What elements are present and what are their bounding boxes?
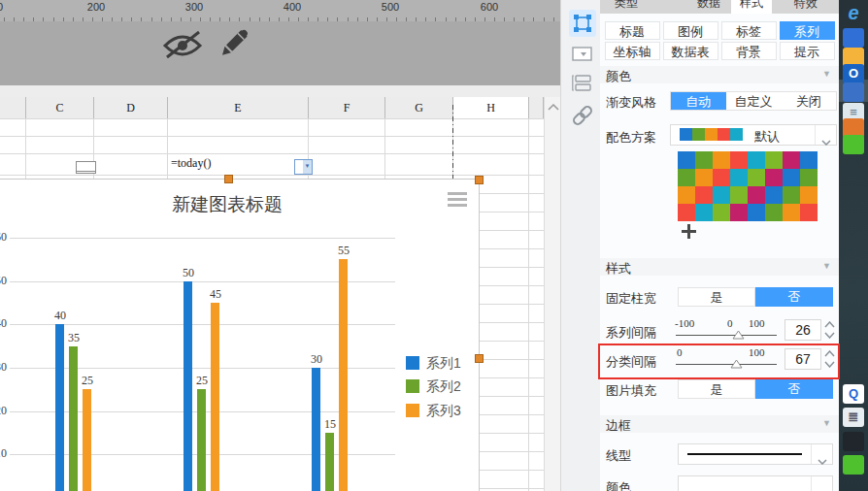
vertical-scrollbar[interactable] — [544, 97, 561, 491]
qq-icon[interactable] — [843, 432, 864, 451]
color-section-header[interactable]: 颜色 ▼ — [600, 66, 839, 83]
toggle-no[interactable]: 否 — [755, 379, 833, 399]
palette-cell[interactable] — [730, 204, 748, 221]
qq-browser-icon[interactable]: Q — [843, 384, 864, 404]
ie-icon[interactable]: e — [843, 3, 864, 22]
chevron-down-icon[interactable] — [811, 444, 832, 464]
dropdown-box-icon[interactable] — [572, 47, 592, 62]
scroll-up-icon[interactable] — [548, 104, 559, 111]
column-header-F[interactable]: F — [309, 97, 385, 119]
office-icon[interactable]: O — [843, 64, 864, 83]
border-color-dropdown[interactable] — [678, 475, 833, 491]
column-header-G[interactable]: G — [385, 97, 453, 119]
column-header-partial[interactable] — [529, 97, 544, 119]
palette-cell[interactable] — [730, 169, 748, 186]
category-gap-spinner[interactable] — [824, 348, 836, 370]
palette-cell[interactable] — [695, 186, 713, 204]
palette-cell[interactable] — [800, 169, 818, 186]
style-section-header[interactable]: 样式 ▼ — [600, 258, 839, 276]
palette-cell[interactable] — [748, 169, 765, 186]
bar-chart[interactable]: 新建图表标题 102030405060405030352515254555系列1… — [0, 179, 480, 491]
nav-button-数据表[interactable]: 数据表 — [663, 42, 718, 60]
bar-系列3-g3[interactable] — [339, 259, 348, 491]
palette-cell[interactable] — [765, 204, 783, 221]
chevron-down-icon[interactable] — [811, 476, 832, 491]
palette-cell[interactable] — [730, 151, 748, 169]
slider-thumb[interactable] — [732, 330, 745, 340]
palette-cell[interactable] — [695, 169, 713, 186]
series-gap-slider[interactable] — [676, 335, 777, 336]
pencil-icon[interactable] — [216, 25, 250, 62]
line-type-dropdown[interactable] — [678, 443, 833, 465]
palette-cell[interactable] — [783, 204, 800, 221]
column-header-E[interactable]: E — [168, 97, 309, 119]
palette-cell[interactable] — [678, 186, 695, 204]
column-header-C[interactable]: C — [26, 97, 94, 119]
tab-数据[interactable]: 数据 — [688, 0, 729, 14]
link-icon[interactable] — [571, 104, 594, 127]
formula-cell[interactable]: =today() — [171, 156, 211, 171]
slider-thumb[interactable] — [730, 359, 743, 369]
palette-cell[interactable] — [748, 151, 765, 169]
color-scheme-grid[interactable] — [678, 151, 818, 221]
toggle-yes[interactable]: 是 — [678, 379, 755, 399]
reader-icon[interactable]: ≣ — [843, 408, 864, 427]
tab-类型[interactable]: 类型 — [606, 0, 647, 14]
palette-cell[interactable] — [713, 186, 730, 204]
bar-系列2-g3[interactable] — [325, 433, 334, 491]
eye-slash-icon[interactable] — [161, 30, 204, 59]
column-header-D[interactable]: D — [94, 97, 168, 119]
palette-cell[interactable] — [730, 186, 748, 204]
cell-dropdown-button[interactable]: ▼ — [294, 159, 313, 175]
selection-handle-top[interactable] — [224, 175, 233, 183]
bar-系列2-g1[interactable] — [69, 346, 78, 491]
toggle-no[interactable]: 否 — [755, 287, 833, 307]
nav-button-标签[interactable]: 标签 — [721, 21, 777, 40]
palette-cell[interactable] — [765, 186, 783, 204]
wechat-icon[interactable] — [843, 455, 864, 475]
bar-系列1-g1[interactable] — [55, 324, 64, 491]
add-scheme-icon[interactable] — [682, 224, 696, 239]
chart-title[interactable]: 新建图表标题 — [82, 192, 373, 217]
nav-button-坐标轴[interactable]: 坐标轴 — [605, 42, 660, 60]
layers-icon[interactable] — [572, 74, 592, 92]
palette-cell[interactable] — [748, 204, 765, 221]
tab-样式[interactable]: 样式 — [731, 0, 772, 14]
category-gap-slider[interactable] — [676, 364, 777, 365]
my-computer-icon[interactable] — [843, 28, 864, 48]
palette-cell[interactable] — [765, 151, 783, 169]
palette-cell[interactable] — [713, 204, 730, 221]
selection-handle-right[interactable] — [475, 354, 484, 363]
border-section-header[interactable]: 边框 ▼ — [600, 415, 839, 433]
toggle-yes[interactable]: 是 — [678, 287, 755, 307]
palette-cell[interactable] — [748, 186, 765, 204]
nav-button-背景[interactable]: 背景 — [721, 42, 777, 60]
bar-系列2-g2[interactable] — [197, 389, 206, 491]
nav-button-标题[interactable]: 标题 — [605, 21, 660, 40]
cell-object-icon[interactable] — [76, 161, 96, 174]
gradient-option-关闭[interactable]: 关闭 — [781, 92, 836, 110]
bar-系列3-g1[interactable] — [83, 389, 91, 491]
gradient-option-自动[interactable]: 自动 — [671, 92, 726, 110]
nav-button-提示[interactable]: 提示 — [780, 42, 835, 60]
bar-系列3-g2[interactable] — [211, 303, 219, 491]
wechat-mini-icon[interactable] — [843, 135, 864, 154]
palette-cell[interactable] — [695, 151, 713, 169]
nav-button-图例[interactable]: 图例 — [663, 21, 718, 40]
palette-cell[interactable] — [765, 169, 783, 186]
color-scheme-dropdown[interactable]: 默认 — [670, 124, 837, 146]
gradient-option-自定义[interactable]: 自定义 — [726, 92, 782, 110]
palette-cell[interactable] — [800, 186, 818, 204]
palette-cell[interactable] — [713, 169, 730, 186]
palette-cell[interactable] — [783, 169, 800, 186]
palette-cell[interactable] — [783, 186, 800, 204]
palette-cell[interactable] — [713, 151, 730, 169]
palette-cell[interactable] — [800, 151, 818, 169]
chevron-down-icon[interactable] — [815, 125, 836, 145]
palette-cell[interactable] — [783, 151, 800, 169]
chart-menu-icon[interactable] — [448, 192, 467, 210]
tab-特效[interactable]: 特效 — [785, 0, 826, 14]
column-header-H[interactable]: H — [453, 97, 529, 119]
series-gap-value[interactable]: 26 — [785, 319, 821, 341]
palette-cell[interactable] — [678, 151, 695, 169]
